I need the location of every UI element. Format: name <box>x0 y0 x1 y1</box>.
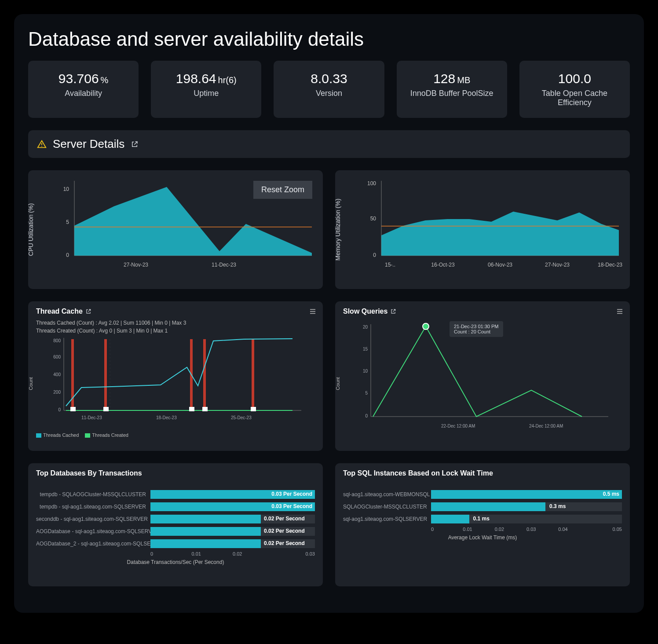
slow-chart[interactable]: 0 5 10 15 20 22-Dec 12:00 AM 24-Dec 12:0… <box>346 320 625 434</box>
slow-queries-panel: Slow Queries Count 0 5 10 15 20 22-Dec 1… <box>335 301 630 451</box>
svg-text:0: 0 <box>58 407 61 412</box>
svg-text:0: 0 <box>66 252 69 258</box>
panel-title: Thread Cache <box>36 307 83 315</box>
hbar-track: 0.03 Per Second <box>150 502 315 511</box>
section-title: Server Details <box>53 137 124 151</box>
hbar-fill <box>431 490 622 499</box>
svg-text:5: 5 <box>66 219 69 225</box>
hbar-value: 0.02 Per Second <box>264 516 305 522</box>
stat-unit: MB <box>457 75 470 85</box>
warning-icon <box>37 139 47 149</box>
svg-text:25-Dec-23: 25-Dec-23 <box>231 415 252 420</box>
thread-chart[interactable]: 0 200 400 600 800 11-Dec-23 18-Dec- <box>39 336 318 428</box>
topdb-xlabel: Database Transactions/Sec (Per Second) <box>36 559 315 565</box>
menu-icon[interactable] <box>309 307 317 315</box>
svg-text:100: 100 <box>367 180 376 187</box>
hbar-track: 0.02 Per Second <box>150 515 315 523</box>
svg-rect-35 <box>70 407 76 411</box>
hbar-row: tempdb - SQLAOGCluster-MSSQLCLUSTER0.03 … <box>36 490 315 499</box>
panel-title: Top Databases By Transactions <box>36 469 142 477</box>
svg-text:10: 10 <box>363 369 368 373</box>
memory-panel: Memory Utilization (%) 0 50 100 15-.. 16… <box>335 170 630 289</box>
svg-text:27-Nov-23: 27-Nov-23 <box>124 262 148 268</box>
tooltip: 21-Dec-23 01:30 PM Count : 20 Count <box>450 321 503 337</box>
svg-point-0 <box>41 146 42 146</box>
svg-marker-15 <box>381 212 619 256</box>
cpu-ylabel: CPU Utilization (%) <box>27 203 34 256</box>
thread-sub1: Threads Cached (Count) : Avg 2.02 | Sum … <box>36 320 315 326</box>
svg-text:0: 0 <box>373 252 376 258</box>
stat-version: 8.0.33 Version <box>274 61 384 118</box>
svg-rect-36 <box>103 407 109 411</box>
hbar-track: 0.5 ms <box>431 490 622 499</box>
thread-sub2: Threads Created (Count) : Avg 0 | Sum 3 … <box>36 328 315 334</box>
svg-rect-37 <box>189 407 194 411</box>
thread-legend: Threads Cached Threads Created <box>36 432 315 438</box>
hbar-label: tempdb - SQLAOGCluster-MSSQLCLUSTER <box>36 491 150 498</box>
hbar-label: sql-aog1.siteaog.com-SQLSERVER <box>343 516 431 522</box>
svg-text:600: 600 <box>53 355 61 359</box>
stat-unit: hr(6) <box>218 75 237 85</box>
hbar-value: 0.1 ms <box>473 516 489 522</box>
svg-text:15: 15 <box>363 347 368 351</box>
svg-text:16-Oct-23: 16-Oct-23 <box>431 262 455 268</box>
popout-icon[interactable] <box>390 308 396 315</box>
topdb-axis: 0 0.01 0.02 0.03 <box>150 551 315 556</box>
hbar-row: AOGDatabase - sql-aog1.siteaog.com-SQLSE… <box>36 527 315 536</box>
hbar-fill <box>150 515 261 523</box>
hbar-track: 0.03 Per Second <box>150 490 315 499</box>
hbar-row: AOGDatabase_2 - sql-aog1.siteaog.com-SQL… <box>36 539 315 549</box>
svg-text:400: 400 <box>53 372 61 377</box>
hbar-row: tempdb - sql-aog1.siteaog.com-SQLSERVER0… <box>36 502 315 512</box>
hbar-row: sql-aog1.siteaog.com-WEBMONSQL0.5 ms <box>343 490 622 499</box>
svg-text:24-Dec 12:00 AM: 24-Dec 12:00 AM <box>529 424 563 428</box>
stat-value: 100.0 <box>558 71 591 86</box>
stat-cache-eff: 100.0 Table Open Cache Efficiency <box>519 61 630 118</box>
hbar-fill <box>431 515 469 523</box>
hbar-track: 0.02 Per Second <box>150 527 315 536</box>
stat-buffer: 128MB InnoDB Buffer PoolSize <box>397 61 507 118</box>
hbar-label: sql-aog1.siteaog.com-WEBMONSQL <box>343 491 431 498</box>
hbar-label: AOGDatabase - sql-aog1.siteaog.com-SQLSE… <box>36 528 150 534</box>
svg-text:20: 20 <box>363 325 368 329</box>
stat-label: Availability <box>33 89 133 98</box>
svg-text:800: 800 <box>53 338 61 343</box>
svg-text:22-Dec 12:00 AM: 22-Dec 12:00 AM <box>441 424 475 428</box>
lock-wait-panel: Top SQL Instances Based on Lock Wait Tim… <box>335 463 630 586</box>
memory-chart[interactable]: 0 50 100 15-.. 16-Oct-23 06-Nov-23 27-No… <box>356 176 635 278</box>
hbar-label: SQLAOGCluster-MSSQLCLUSTER <box>343 504 431 510</box>
svg-text:10: 10 <box>63 186 69 192</box>
hbar-track: 0.02 Per Second <box>150 539 315 548</box>
stat-value: 128 <box>433 71 455 86</box>
popout-icon[interactable] <box>131 140 139 148</box>
cpu-panel: Reset Zoom CPU Utilization (%) 0 5 10 27… <box>28 170 323 289</box>
svg-text:11-Dec-23: 11-Dec-23 <box>212 262 236 268</box>
hbar-value: 0.03 Per Second <box>271 503 312 509</box>
hbar-value: 0.02 Per Second <box>264 528 305 534</box>
stats-row: 93.706% Availability 198.64hr(6) Uptime … <box>28 61 630 118</box>
thread-ylabel: Count <box>28 377 33 390</box>
menu-icon[interactable] <box>616 307 624 315</box>
stat-label: Version <box>279 89 379 98</box>
stat-label: Uptime <box>156 89 256 98</box>
svg-text:15-..: 15-.. <box>385 262 395 268</box>
page-title: Database and server availability details <box>28 28 630 50</box>
hbar-track: 0.3 ms <box>431 502 622 511</box>
mem-ylabel: Memory Utilization (%) <box>334 199 341 261</box>
panel-title: Slow Queries <box>343 307 387 315</box>
stat-value: 8.0.33 <box>311 71 347 86</box>
stat-value: 198.64 <box>176 71 216 86</box>
dashboard: Database and server availability details… <box>14 14 644 613</box>
hbar-value: 0.5 ms <box>603 491 619 497</box>
hbar-value: 0.03 Per Second <box>271 491 312 497</box>
hbar-label: seconddb - sql-aog1.siteaog.com-SQLSERVE… <box>36 516 150 522</box>
popout-icon[interactable] <box>85 308 91 315</box>
top-databases-panel: Top Databases By Transactions tempdb - S… <box>28 463 323 586</box>
stat-label: InnoDB Buffer PoolSize <box>402 89 502 98</box>
hbar-fill <box>150 539 261 548</box>
panel-title: Top SQL Instances Based on Lock Wait Tim… <box>343 469 493 477</box>
reset-zoom-button[interactable]: Reset Zoom <box>253 181 312 199</box>
hbar-row: sql-aog1.siteaog.com-SQLSERVER0.1 ms <box>343 514 622 524</box>
hbar-label: AOGDatabase_2 - sql-aog1.siteaog.com-SQL… <box>36 541 150 547</box>
svg-text:18-Dec-23: 18-Dec-23 <box>156 415 177 420</box>
